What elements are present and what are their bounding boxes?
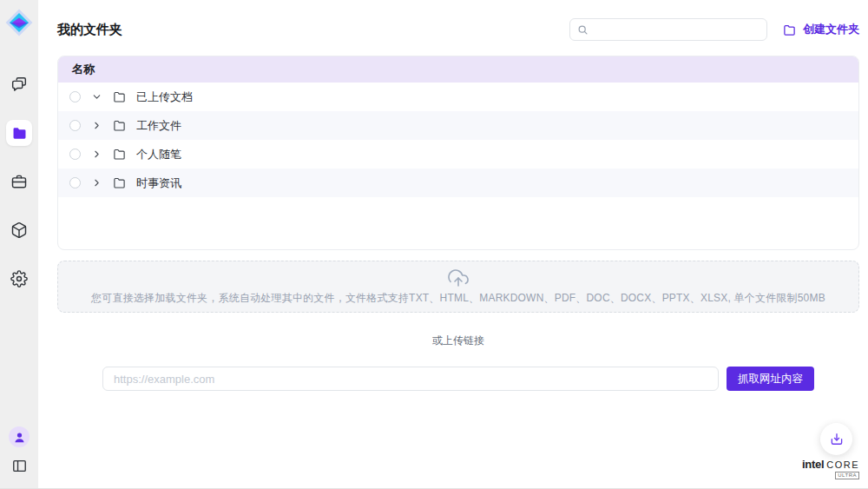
- folder-icon: [783, 23, 796, 36]
- briefcase-icon: [10, 173, 28, 190]
- user-avatar-icon: [13, 431, 26, 444]
- intel-wordmark: intel: [802, 458, 824, 471]
- sidebar-item-folders[interactable]: [6, 120, 32, 146]
- folder-row[interactable]: 已上传文档: [58, 83, 858, 111]
- intel-core-logo: intel core ultra: [802, 458, 859, 479]
- folder-icon: [113, 148, 126, 161]
- download-icon: [829, 432, 845, 447]
- app-window: 我的文件夹 创建文件夹 名称: [0, 0, 868, 489]
- sidebar-item-settings[interactable]: [6, 266, 32, 292]
- search-box[interactable]: [569, 18, 767, 41]
- chat-icon: [10, 76, 28, 93]
- sidebar-item-toolbox[interactable]: [6, 169, 32, 195]
- upload-dropzone[interactable]: 您可直接选择加载文件夹，系统自动处理其中的文件，文件格式支持TXT、HTML、M…: [57, 261, 859, 313]
- folder-name: 工作文件: [136, 120, 181, 131]
- column-name: 名称: [72, 62, 95, 77]
- main-content: 我的文件夹 创建文件夹 名称: [38, 0, 868, 488]
- sidebar-bottom: [9, 426, 30, 474]
- url-upload-row: 抓取网址内容: [57, 367, 859, 391]
- box-icon: [10, 221, 28, 239]
- core-wordmark: core: [826, 459, 859, 470]
- page-title: 我的文件夹: [57, 22, 122, 38]
- chevron-right-icon[interactable]: [91, 177, 102, 188]
- user-avatar[interactable]: [9, 426, 30, 447]
- folder-row[interactable]: 个人随笔: [58, 140, 858, 169]
- sidebar-item-chat[interactable]: [6, 71, 32, 97]
- folder-icon: [11, 125, 28, 142]
- app-logo[interactable]: [3, 7, 35, 38]
- fetch-url-button[interactable]: 抓取网址内容: [727, 367, 814, 391]
- row-checkbox[interactable]: [69, 91, 81, 102]
- url-input[interactable]: [102, 367, 719, 391]
- toggle-panel-button[interactable]: [11, 458, 28, 474]
- search-input[interactable]: [594, 23, 760, 36]
- create-folder-label: 创建文件夹: [803, 22, 859, 37]
- row-checkbox[interactable]: [69, 177, 81, 188]
- sidebar-nav: [6, 71, 32, 292]
- upload-hint: 您可直接选择加载文件夹，系统自动处理其中的文件，文件格式支持TXT、HTML、M…: [91, 291, 825, 306]
- folder-table: 名称 已上传文档 工作文件: [57, 56, 859, 250]
- sidebar: [0, 0, 38, 488]
- diamond-logo-icon: [3, 7, 35, 38]
- folder-name: 时事资讯: [136, 177, 181, 188]
- gear-icon: [10, 270, 28, 287]
- folder-name: 已上传文档: [136, 91, 193, 102]
- folder-rows: 已上传文档 工作文件 个人随笔: [58, 83, 858, 197]
- ultra-badge: ultra: [835, 472, 859, 479]
- upload-cloud-icon: [448, 268, 469, 288]
- panel-layout-icon: [11, 458, 28, 474]
- download-fab[interactable]: [820, 423, 852, 455]
- chevron-right-icon[interactable]: [91, 120, 102, 131]
- row-checkbox[interactable]: [69, 149, 81, 160]
- table-header: 名称: [58, 56, 858, 83]
- folder-icon: [113, 176, 126, 189]
- row-checkbox[interactable]: [69, 120, 81, 131]
- folder-name: 个人随笔: [136, 149, 181, 160]
- folder-icon: [113, 90, 126, 103]
- create-folder-button[interactable]: 创建文件夹: [783, 22, 859, 37]
- page-header: 我的文件夹 创建文件夹: [57, 18, 859, 41]
- folder-row[interactable]: 工作文件: [58, 111, 858, 140]
- folder-icon: [113, 119, 126, 132]
- search-icon: [577, 24, 589, 36]
- chevron-right-icon[interactable]: [91, 149, 102, 160]
- sidebar-item-models[interactable]: [6, 217, 32, 243]
- link-upload-divider: 或上传链接: [57, 334, 859, 348]
- chevron-down-icon[interactable]: [91, 91, 102, 102]
- folder-row[interactable]: 时事资讯: [58, 169, 858, 197]
